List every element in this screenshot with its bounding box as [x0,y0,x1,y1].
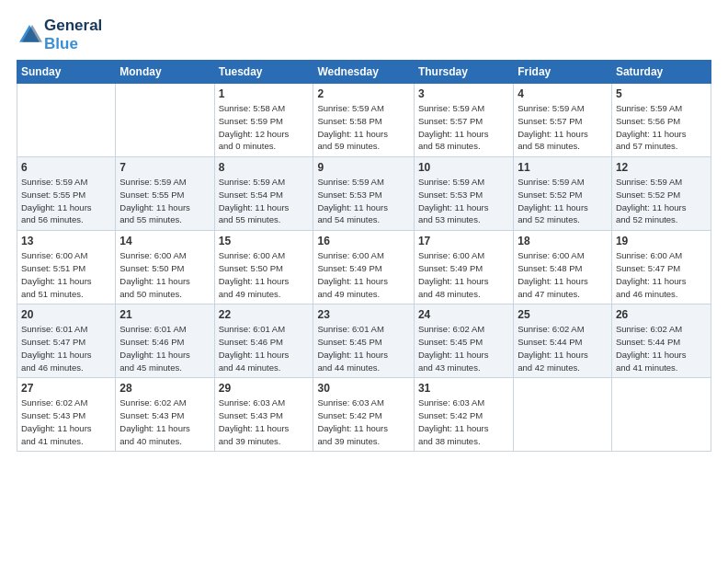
calendar-cell: 9Sunrise: 5:59 AM Sunset: 5:53 PM Daylig… [313,157,414,231]
weekday-wednesday: Wednesday [313,61,414,84]
day-number: 5 [616,87,707,100]
day-number: 3 [418,87,509,100]
calendar-cell: 5Sunrise: 5:59 AM Sunset: 5:56 PM Daylig… [611,84,711,157]
calendar-cell: 28Sunrise: 6:02 AM Sunset: 5:43 PM Dayli… [116,378,214,452]
day-info: Sunrise: 5:59 AM Sunset: 5:57 PM Dayligh… [518,102,608,153]
calendar-cell: 25Sunrise: 6:02 AM Sunset: 5:44 PM Dayli… [514,304,612,378]
day-number: 13 [21,235,111,247]
calendar-cell: 8Sunrise: 5:59 AM Sunset: 5:54 PM Daylig… [214,157,313,231]
week-row-1: 1Sunrise: 5:58 AM Sunset: 5:59 PM Daylig… [17,84,711,157]
day-info: Sunrise: 6:03 AM Sunset: 5:42 PM Dayligh… [418,396,509,447]
day-number: 18 [518,235,608,247]
calendar-cell: 20Sunrise: 6:01 AM Sunset: 5:47 PM Dayli… [17,304,116,378]
day-number: 2 [317,87,409,100]
calendar-cell: 18Sunrise: 6:00 AM Sunset: 5:48 PM Dayli… [514,231,612,304]
day-number: 19 [616,235,707,247]
day-info: Sunrise: 5:59 AM Sunset: 5:55 PM Dayligh… [21,176,111,226]
weekday-sunday: Sunday [17,61,116,84]
day-number: 15 [219,235,310,247]
day-number: 9 [317,161,409,174]
weekday-tuesday: Tuesday [214,61,313,84]
day-number: 6 [21,161,111,174]
logo-line2: Blue [44,35,102,53]
calendar-cell: 15Sunrise: 6:00 AM Sunset: 5:50 PM Dayli… [214,231,313,304]
day-number: 1 [219,87,310,100]
day-info: Sunrise: 6:00 AM Sunset: 5:49 PM Dayligh… [418,249,509,300]
calendar-cell: 1Sunrise: 5:58 AM Sunset: 5:59 PM Daylig… [214,84,313,157]
calendar-cell: 4Sunrise: 5:59 AM Sunset: 5:57 PM Daylig… [514,84,612,157]
day-info: Sunrise: 6:00 AM Sunset: 5:49 PM Dayligh… [317,249,409,300]
weekday-thursday: Thursday [414,61,513,84]
day-number: 28 [119,382,210,395]
calendar-cell: 22Sunrise: 6:01 AM Sunset: 5:46 PM Dayli… [214,304,313,378]
day-info: Sunrise: 6:01 AM Sunset: 5:46 PM Dayligh… [219,323,310,373]
day-number: 20 [21,308,111,321]
calendar-cell: 10Sunrise: 5:59 AM Sunset: 5:53 PM Dayli… [414,157,513,231]
calendar-cell: 7Sunrise: 5:59 AM Sunset: 5:55 PM Daylig… [116,157,214,231]
day-info: Sunrise: 6:02 AM Sunset: 5:44 PM Dayligh… [616,323,707,373]
day-info: Sunrise: 6:01 AM Sunset: 5:45 PM Dayligh… [317,323,409,373]
day-info: Sunrise: 5:59 AM Sunset: 5:53 PM Dayligh… [418,176,509,226]
calendar-cell [17,84,116,157]
calendar-cell: 3Sunrise: 5:59 AM Sunset: 5:57 PM Daylig… [414,84,513,157]
week-row-5: 27Sunrise: 6:02 AM Sunset: 5:43 PM Dayli… [17,378,711,452]
page: General Blue SundayMondayTuesdayWednesda… [0,0,728,563]
weekday-saturday: Saturday [611,61,711,84]
day-number: 26 [616,308,707,321]
calendar-cell: 21Sunrise: 6:01 AM Sunset: 5:46 PM Dayli… [116,304,214,378]
day-info: Sunrise: 5:59 AM Sunset: 5:55 PM Dayligh… [119,176,210,226]
calendar-cell: 26Sunrise: 6:02 AM Sunset: 5:44 PM Dayli… [611,304,711,378]
calendar-cell: 13Sunrise: 6:00 AM Sunset: 5:51 PM Dayli… [17,231,116,304]
day-info: Sunrise: 6:03 AM Sunset: 5:43 PM Dayligh… [219,396,310,447]
calendar-cell: 29Sunrise: 6:03 AM Sunset: 5:43 PM Dayli… [214,378,313,452]
weekday-friday: Friday [514,61,612,84]
day-info: Sunrise: 6:00 AM Sunset: 5:51 PM Dayligh… [21,249,111,300]
day-number: 17 [418,235,509,247]
calendar-cell: 2Sunrise: 5:59 AM Sunset: 5:58 PM Daylig… [313,84,414,157]
week-row-4: 20Sunrise: 6:01 AM Sunset: 5:47 PM Dayli… [17,304,711,378]
day-info: Sunrise: 6:02 AM Sunset: 5:43 PM Dayligh… [119,396,210,447]
weekday-header-row: SundayMondayTuesdayWednesdayThursdayFrid… [17,61,711,84]
calendar-cell [116,84,214,157]
logo-icon [17,22,42,48]
weekday-monday: Monday [116,61,214,84]
day-number: 30 [317,382,409,395]
day-number: 25 [518,308,608,321]
calendar-cell: 30Sunrise: 6:03 AM Sunset: 5:42 PM Dayli… [313,378,414,452]
day-number: 12 [616,161,707,174]
day-info: Sunrise: 5:59 AM Sunset: 5:56 PM Dayligh… [616,102,707,153]
calendar-cell: 16Sunrise: 6:00 AM Sunset: 5:49 PM Dayli… [313,231,414,304]
day-info: Sunrise: 5:59 AM Sunset: 5:52 PM Dayligh… [518,176,608,226]
calendar-cell: 31Sunrise: 6:03 AM Sunset: 5:42 PM Dayli… [414,378,513,452]
day-info: Sunrise: 6:00 AM Sunset: 5:48 PM Dayligh… [518,249,608,300]
day-info: Sunrise: 6:02 AM Sunset: 5:43 PM Dayligh… [21,396,111,447]
calendar-cell: 24Sunrise: 6:02 AM Sunset: 5:45 PM Dayli… [414,304,513,378]
day-number: 29 [219,382,310,395]
day-info: Sunrise: 6:01 AM Sunset: 5:47 PM Dayligh… [21,323,111,373]
day-number: 31 [418,382,509,395]
calendar-cell: 23Sunrise: 6:01 AM Sunset: 5:45 PM Dayli… [313,304,414,378]
day-number: 14 [119,235,210,247]
calendar-cell: 11Sunrise: 5:59 AM Sunset: 5:52 PM Dayli… [514,157,612,231]
day-info: Sunrise: 5:59 AM Sunset: 5:52 PM Dayligh… [616,176,707,226]
day-number: 27 [21,382,111,395]
week-row-2: 6Sunrise: 5:59 AM Sunset: 5:55 PM Daylig… [17,157,711,231]
calendar-cell: 17Sunrise: 6:00 AM Sunset: 5:49 PM Dayli… [414,231,513,304]
day-info: Sunrise: 6:03 AM Sunset: 5:42 PM Dayligh… [317,396,409,447]
calendar-cell: 6Sunrise: 5:59 AM Sunset: 5:55 PM Daylig… [17,157,116,231]
day-number: 10 [418,161,509,174]
day-number: 23 [317,308,409,321]
logo: General Blue [17,17,102,52]
logo-line1: General [44,17,102,35]
calendar-cell [514,378,612,452]
day-info: Sunrise: 6:02 AM Sunset: 5:45 PM Dayligh… [418,323,509,373]
calendar-cell: 12Sunrise: 5:59 AM Sunset: 5:52 PM Dayli… [611,157,711,231]
day-info: Sunrise: 5:59 AM Sunset: 5:53 PM Dayligh… [317,176,409,226]
day-info: Sunrise: 5:59 AM Sunset: 5:57 PM Dayligh… [418,102,509,153]
calendar-cell: 27Sunrise: 6:02 AM Sunset: 5:43 PM Dayli… [17,378,116,452]
day-info: Sunrise: 5:59 AM Sunset: 5:58 PM Dayligh… [317,102,409,153]
day-info: Sunrise: 5:59 AM Sunset: 5:54 PM Dayligh… [219,176,310,226]
day-number: 21 [119,308,210,321]
day-info: Sunrise: 6:01 AM Sunset: 5:46 PM Dayligh… [119,323,210,373]
day-number: 11 [518,161,608,174]
